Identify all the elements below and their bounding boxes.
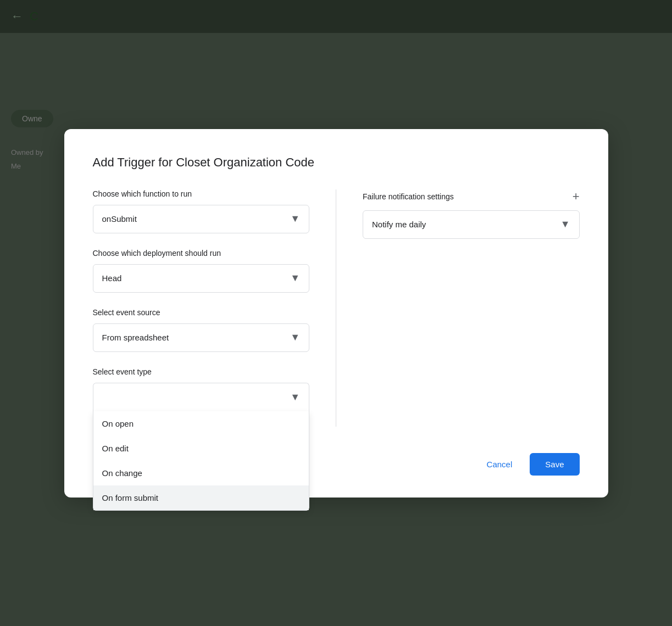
event-type-chevron-icon: ▼: [290, 392, 300, 403]
failure-notification-value: Notify me daily: [372, 220, 426, 229]
deployment-label: Choose which deployment should run: [93, 249, 310, 258]
modal-title: Add Trigger for Closet Organization Code: [93, 155, 580, 170]
add-notification-icon[interactable]: +: [573, 189, 580, 204]
event-source-value: From spreadsheet: [102, 333, 169, 342]
modal-left-column: Choose which function to run onSubmit ▼ …: [93, 189, 337, 427]
event-type-option-on-form-submit[interactable]: On form submit: [93, 485, 309, 510]
failure-label: Failure notification settings: [363, 192, 454, 201]
function-chevron-icon: ▼: [290, 213, 300, 225]
deployment-value: Head: [102, 273, 122, 283]
cancel-button[interactable]: Cancel: [476, 454, 524, 474]
failure-notification-chevron-icon: ▼: [560, 219, 570, 230]
event-type-option-on-open[interactable]: On open: [93, 411, 309, 436]
event-source-chevron-icon: ▼: [290, 332, 300, 343]
event-type-option-on-change[interactable]: On change: [93, 461, 309, 485]
event-type-dropdown[interactable]: ▼ On open On edit On change On form subm…: [93, 383, 310, 411]
event-source-dropdown[interactable]: From spreadsheet ▼: [93, 323, 310, 352]
function-label: Choose which function to run: [93, 189, 310, 198]
function-value: onSubmit: [102, 214, 137, 223]
event-type-option-on-edit[interactable]: On edit: [93, 436, 309, 461]
modal-right-column: Failure notification settings + Notify m…: [336, 189, 580, 427]
event-type-menu: On open On edit On change On form submit: [93, 411, 310, 511]
modal-body: Choose which function to run onSubmit ▼ …: [93, 189, 580, 427]
failure-header: Failure notification settings +: [363, 189, 580, 204]
save-button[interactable]: Save: [530, 453, 579, 476]
failure-notification-dropdown[interactable]: Notify me daily ▼: [363, 210, 580, 239]
function-dropdown[interactable]: onSubmit ▼: [93, 205, 310, 233]
modal-backdrop: Add Trigger for Closet Organization Code…: [0, 0, 672, 626]
deployment-chevron-icon: ▼: [290, 272, 300, 284]
modal-dialog: Add Trigger for Closet Organization Code…: [64, 129, 608, 498]
deployment-dropdown[interactable]: Head ▼: [93, 264, 310, 293]
event-source-label: Select event source: [93, 308, 310, 317]
event-type-label: Select event type: [93, 367, 310, 376]
